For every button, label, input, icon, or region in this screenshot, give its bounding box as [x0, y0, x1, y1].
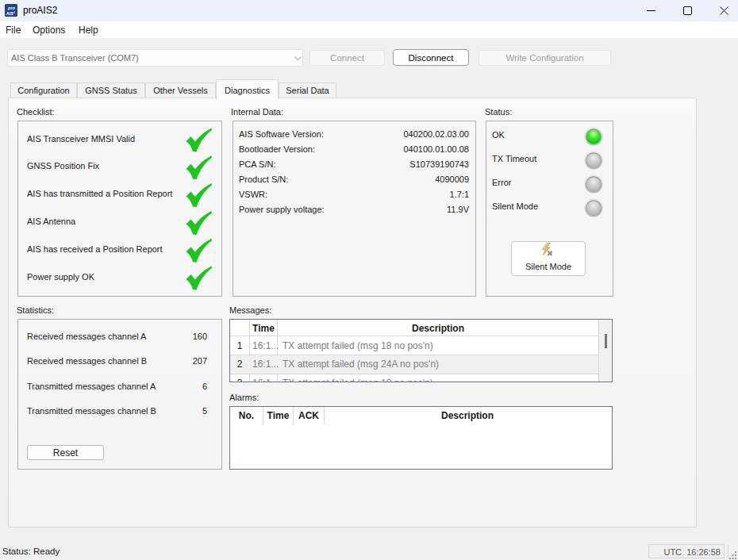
svg-text:AIS²: AIS²: [6, 11, 15, 16]
svg-text:pro: pro: [7, 6, 16, 10]
